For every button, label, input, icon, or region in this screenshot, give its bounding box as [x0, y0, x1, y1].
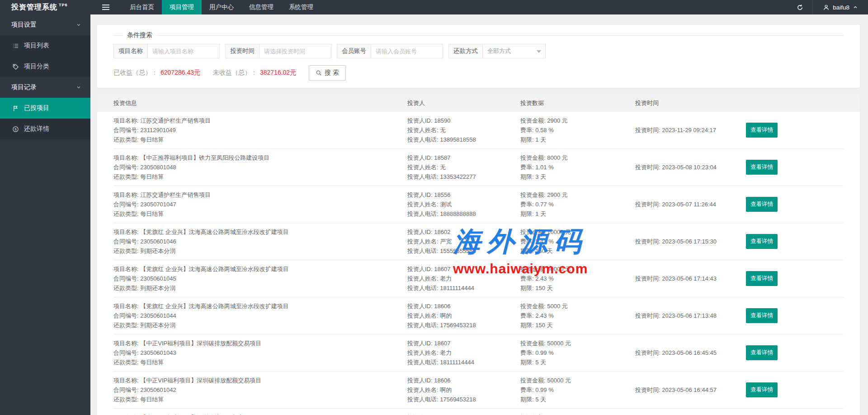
username: baifu8: [833, 4, 849, 11]
project-name-input[interactable]: [147, 44, 220, 58]
investor-name-text: 投资人姓名: 老力: [407, 348, 520, 358]
investor-id-text: 投资人ID: 18602: [407, 227, 520, 237]
invest-time-text: 投资时间: 2023-05-07 11:26:44: [635, 200, 746, 209]
search-button[interactable]: 搜 索: [309, 65, 346, 81]
chevron-down-icon: [76, 22, 81, 28]
term-text: 期限: 150 天: [520, 246, 635, 256]
sidebar-item-repayment-details[interactable]: $ 还款详情: [0, 119, 90, 139]
repay-type-text: 还款类型: 到期还本分润: [113, 246, 407, 256]
menu-toggle-icon[interactable]: [96, 0, 116, 14]
tab-info-management[interactable]: 信息管理: [241, 0, 281, 14]
sidebar-group-label: 项目记录: [11, 83, 37, 91]
col-invest-time: 投资时间: [635, 99, 746, 107]
rate-text: 费率: 2.43 %: [520, 274, 635, 283]
search-legend: 条件搜索: [123, 31, 157, 39]
invest-info-cell: 项目名称: 江苏交通护栏生产销售项目 合同编号: 23050701047 还款类…: [113, 190, 407, 219]
tab-user-center[interactable]: 用户中心: [202, 0, 241, 14]
investor-cell: 投资人ID: 18602 投资人姓名: 严宽: [407, 413, 520, 415]
action-cell: 查看详情: [746, 271, 844, 286]
project-name-text: 项目名称: 【中正VIP福利项目】深圳碳排放配额交易项目: [113, 413, 407, 415]
refresh-button[interactable]: [788, 0, 813, 14]
investor-id-text: 投资人ID: 18602: [407, 413, 520, 415]
view-detail-button[interactable]: 查看详情: [746, 271, 778, 286]
repay-type-text: 还款类型: 每日结算: [113, 358, 407, 367]
contract-no-text: 合同编号: 23050601043: [113, 348, 407, 358]
dropdown-arrow-icon: [537, 50, 541, 53]
contract-no-text: 合同编号: 23050801048: [113, 162, 407, 172]
sidebar-group-label: 项目设置: [11, 21, 37, 29]
col-invest-info: 投资信息: [113, 99, 407, 107]
sidebar-item-label: 还款详情: [24, 125, 49, 133]
invest-info-cell: 项目名称: 【中正推荐福利项目】铁力至凤阳段公路建设项目 合同编号: 23050…: [113, 153, 407, 181]
investor-cell: 投资人ID: 18607 投资人姓名: 老力 投资人电话: 1811111444…: [407, 264, 520, 293]
tab-project-management[interactable]: 项目管理: [162, 0, 202, 14]
main-content: 条件搜索 项目名称 投资时间 会员账号 还款方式 全部: [90, 14, 868, 415]
col-invest-data: 投资数据: [520, 99, 635, 107]
sidebar-item-project-category[interactable]: 项目分类: [0, 56, 90, 77]
chevron-down-icon: [76, 85, 81, 90]
member-account-input[interactable]: [371, 44, 443, 58]
nav-right: baifu8: [788, 0, 868, 14]
investor-name-text: 投资人姓名: 老力: [407, 274, 520, 283]
investor-id-text: 投资人ID: 18590: [407, 116, 520, 125]
contract-no-text: 合同编号: 23112901049: [113, 125, 407, 135]
field-label: 项目名称: [113, 44, 147, 58]
investor-phone-text: 投资人电话: 13895818558: [407, 135, 520, 144]
view-detail-button[interactable]: 查看详情: [746, 123, 778, 138]
investor-id-text: 投资人ID: 18556: [407, 190, 520, 200]
dollar-circle-icon: $: [12, 126, 19, 133]
project-name-text: 项目名称: 【中正VIP福利项目】深圳碳排放配额交易项目: [113, 339, 407, 348]
sidebar-item-label: 项目分类: [24, 62, 49, 71]
table-row: 项目名称: 【中正VIP福利项目】深圳碳排放配额交易项目 合同编号: 23050…: [113, 372, 844, 409]
view-detail-button[interactable]: 查看详情: [746, 234, 778, 249]
invest-amount-text: 投资金额: 50000 元: [520, 376, 635, 385]
action-cell: 查看详情: [746, 234, 844, 249]
project-name-text: 项目名称: 【中正VIP福利项目】深圳碳排放配额交易项目: [113, 376, 407, 385]
invest-data-cell: 投资金额: 8000 元 费率: 1.01 % 期限: 3 天: [520, 153, 635, 181]
summary-stats: 已收益（总）： 6207286.43元 未收益（总）： 382716.02元 搜…: [113, 65, 844, 81]
investor-id-text: 投资人ID: 18606: [407, 376, 520, 385]
project-name-text: 项目名称: 【中正推荐福利项目】铁力至凤阳段公路建设项目: [113, 153, 407, 162]
invest-time-input[interactable]: [259, 44, 331, 58]
sidebar-group-project-settings[interactable]: 项目设置: [0, 14, 90, 35]
invest-data-cell: 投资金额: 5000 元 费率: 2.43 % 期限: 150 天: [520, 301, 635, 330]
view-detail-button[interactable]: 查看详情: [746, 382, 778, 397]
project-name-text: 项目名称: 江苏交通护栏生产销售项目: [113, 190, 407, 200]
action-cell: 查看详情: [746, 345, 844, 360]
chevron-up-icon: [853, 5, 858, 10]
invest-amount-text: 投资金额: 50000 元: [520, 413, 635, 415]
action-cell: 查看详情: [746, 308, 844, 323]
stat-value: 382716.02元: [260, 69, 296, 77]
table-row: 项目名称: 【党旗红 企业兴】沈海高速公路两城至汾水段改扩建项目 合同编号: 2…: [113, 223, 844, 260]
search-panel: 条件搜索 项目名称 投资时间 会员账号 还款方式 全部: [97, 25, 860, 88]
invest-amount-text: 投资金额: 2900 元: [520, 190, 635, 200]
term-text: 期限: 5 天: [520, 395, 635, 404]
investor-cell: 投资人ID: 18590 投资人姓名: 无 投资人电话: 13895818558: [407, 116, 520, 144]
view-detail-button[interactable]: 查看详情: [746, 345, 778, 360]
investor-phone-text: 投资人电话: 17569453218: [407, 395, 520, 404]
view-detail-button[interactable]: 查看详情: [746, 308, 778, 323]
invest-data-cell: 投资金额: 50000 元 费率: 0.99 %: [520, 413, 635, 415]
list-icon: [12, 43, 19, 49]
view-detail-button[interactable]: 查看详情: [746, 197, 778, 212]
table-header: 投资信息 投资人 投资数据 投资时间: [97, 95, 860, 112]
investor-id-text: 投资人ID: 18607: [407, 339, 520, 348]
field-member-account: 会员账号: [337, 44, 443, 58]
sidebar: 项目设置 项目列表 项目分类 项目记录 已投项目: [0, 14, 90, 415]
investor-cell: 投资人ID: 18602 投资人姓名: 严宽 投资人电话: 1555565555…: [407, 227, 520, 256]
project-name-text: 项目名称: 【党旗红 企业兴】沈海高速公路两城至汾水段改扩建项目: [113, 301, 407, 311]
sidebar-item-project-list[interactable]: 项目列表: [0, 35, 90, 56]
user-menu[interactable]: baifu8: [813, 0, 868, 14]
tab-dashboard[interactable]: 后台首页: [122, 0, 162, 14]
view-detail-button[interactable]: 查看详情: [746, 160, 778, 175]
tab-system-management[interactable]: 系统管理: [281, 0, 321, 14]
col-investor: 投资人: [407, 99, 520, 107]
search-icon: [316, 70, 322, 76]
invest-time-text: 投资时间: 2023-05-06 17:13:48: [635, 311, 746, 320]
repay-method-select[interactable]: 全部方式: [482, 44, 546, 58]
table-row: 项目名称: 【中正推荐福利项目】铁力至凤阳段公路建设项目 合同编号: 23050…: [113, 149, 844, 186]
rate-text: 费率: 1.01 %: [520, 162, 635, 172]
sidebar-item-invested-projects[interactable]: 已投项目: [0, 98, 90, 119]
table-body: 项目名称: 江苏交通护栏生产销售项目 合同编号: 23112901049 还款类…: [97, 112, 860, 415]
sidebar-group-project-records[interactable]: 项目记录: [0, 77, 90, 98]
